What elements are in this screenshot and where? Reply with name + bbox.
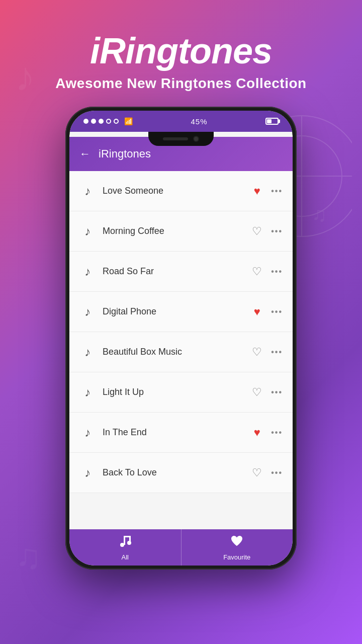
list-item[interactable]: ♪Back To Love♡••• [69,453,293,493]
music-note-icon: ♪ [79,426,96,440]
heart-outline-icon[interactable]: ♡ [250,225,264,238]
song-name: In The End [103,427,243,438]
music-note-icon: ♪ [79,466,96,480]
song-list[interactable]: ♪Love Someone♥•••♪Morning Coffee♡•••♪Roa… [69,171,293,529]
song-name: Light It Up [103,387,243,397]
notch-speaker [163,137,188,140]
song-name: Morning Coffee [103,226,243,236]
heart-filled-icon[interactable]: ♥ [250,305,264,318]
phone-inner: 📶 45% ← iRingtone [69,111,293,566]
song-name: Road So Far [103,266,243,277]
song-name: Love Someone [103,186,243,196]
notch-camera [193,136,199,142]
phone-notch [148,132,214,146]
list-item[interactable]: ♪Digital Phone♥••• [69,292,293,332]
more-options-icon[interactable]: ••• [271,428,283,437]
music-note-icon: ♪ [79,305,96,319]
list-item[interactable]: ♪Road So Far♡••• [69,252,293,292]
phone-outer: 📶 45% ← iRingtone [65,107,297,570]
signal-dot-3 [99,119,104,124]
battery-fill [267,119,272,123]
music-note-icon: ♪ [79,224,96,238]
nav-label: All [122,553,129,561]
heart-filled-icon[interactable]: ♥ [250,426,264,439]
list-item[interactable]: ♪Light It Up♡••• [69,372,293,413]
signal-dot-2 [91,119,96,124]
back-button[interactable]: ← [79,147,90,160]
heart-filled-icon[interactable]: ♥ [250,185,264,198]
signal-dot-4 [106,119,111,124]
more-options-icon[interactable]: ••• [271,468,283,477]
battery-indicator [265,118,279,125]
heart-outline-icon[interactable]: ♡ [250,265,264,278]
heart-outline-icon[interactable]: ♡ [250,466,264,479]
app-title-italic: i [90,31,100,71]
heart-nav-icon [230,534,244,551]
phone-screen: 📶 45% ← iRingtone [69,111,293,566]
more-options-icon[interactable]: ••• [271,307,283,316]
list-item[interactable]: ♪Morning Coffee♡••• [69,211,293,252]
music-note-icon: ♪ [79,184,96,198]
battery-percent: 45% [191,117,207,126]
status-bar: 📶 45% [69,111,293,132]
svg-text:♫: ♫ [15,537,42,576]
more-options-icon[interactable]: ••• [271,267,283,276]
svg-text:♫: ♫ [312,203,327,225]
list-item[interactable]: ♪Beautiful Box Music♡••• [69,332,293,372]
svg-rect-12 [129,536,131,543]
signal-dot-1 [83,119,88,124]
wifi-icon: 📶 [124,117,133,125]
svg-text:♪: ♪ [15,54,35,99]
music-note-icon: ♪ [79,265,96,279]
header-section: iRingtones Awesome New Ringtones Collect… [55,0,306,102]
heart-outline-icon[interactable]: ♡ [250,386,264,399]
app-title: iRingtones [55,30,306,71]
music-note-icon: ♪ [79,385,96,399]
app-header-title: iRingtones [99,147,151,160]
music-note-icon: ♪ [79,345,96,359]
app-subtitle: Awesome New Ringtones Collection [55,75,306,92]
song-name: Back To Love [103,467,243,478]
song-name: Digital Phone [103,306,243,317]
more-options-icon[interactable]: ••• [271,187,283,196]
music-note-nav-icon [118,534,132,551]
phone-mockup: 📶 45% ← iRingtone [65,107,297,570]
battery-outline [265,118,279,125]
svg-point-8 [120,543,124,547]
nav-favourite[interactable]: Favourite [182,529,293,566]
app-title-rest: Ringtones [100,31,272,71]
signal-indicator: 📶 [83,117,133,125]
song-name: Beautiful Box Music [103,347,243,357]
heart-outline-icon[interactable]: ♡ [250,346,264,359]
nav-label: Favourite [223,553,250,561]
more-options-icon[interactable]: ••• [271,348,283,357]
more-options-icon[interactable]: ••• [271,388,283,397]
bottom-nav: AllFavourite [69,529,293,566]
more-options-icon[interactable]: ••• [271,227,283,236]
list-item[interactable]: ♪In The End♥••• [69,413,293,453]
nav-all[interactable]: All [69,529,182,566]
list-item[interactable]: ♪Love Someone♥••• [69,171,293,211]
signal-dot-5 [114,119,119,124]
